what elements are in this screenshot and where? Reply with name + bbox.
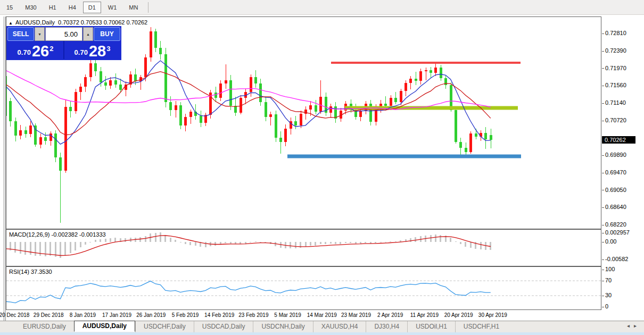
tick-dash bbox=[602, 242, 604, 242]
axis-tick-label: 0.69470 bbox=[602, 169, 626, 175]
axis-tick-label: -0.00582 bbox=[602, 256, 628, 262]
tick-dash bbox=[602, 259, 604, 260]
tab-dj30-h4[interactable]: DJ30,H4 bbox=[366, 321, 407, 332]
date-tick-label: 23 Mar 2019 bbox=[337, 312, 375, 318]
date-tick-label: 5 Mar 2019 bbox=[269, 312, 307, 318]
timeframe-h4[interactable]: H4 bbox=[63, 2, 81, 13]
tick-dash bbox=[602, 190, 604, 190]
date-axis: 20 Dec 201829 Dec 20188 Jan 201917 Jan 2… bbox=[6, 311, 601, 321]
axis-tick-label: 0.71560 bbox=[602, 82, 626, 88]
triangle-down-icon: ▼ bbox=[38, 32, 42, 36]
axis-tick-label: 0.71140 bbox=[602, 99, 626, 106]
axis-tick-label: 0.00 bbox=[602, 238, 616, 245]
axis-tick-label: 70 bbox=[602, 277, 612, 283]
date-tick-label: 14 Mar 2019 bbox=[303, 312, 341, 318]
tab-usdchf-h1[interactable]: USDCHF,H1 bbox=[455, 321, 507, 332]
tick-dash bbox=[602, 233, 604, 233]
tick-dash bbox=[602, 68, 604, 69]
tick-dash bbox=[602, 51, 604, 52]
volume-increase-button[interactable]: ▲ bbox=[83, 27, 93, 41]
date-tick-label: 29 Dec 2018 bbox=[30, 312, 67, 318]
date-tick-label: 8 Jan 2019 bbox=[64, 312, 101, 318]
window-frame-line bbox=[4, 16, 4, 321]
tick-dash bbox=[602, 225, 604, 225]
price-axis: 0.728100.723900.719700.715600.711400.707… bbox=[602, 16, 644, 229]
toolbar-separator bbox=[148, 2, 148, 13]
axis-tick-label: 0.68640 bbox=[602, 204, 626, 210]
date-tick-label: 23 Feb 2019 bbox=[235, 312, 272, 318]
tick-dash bbox=[602, 103, 604, 104]
date-tick-label: 5 Feb 2019 bbox=[167, 312, 204, 318]
axis-tick-label: 0.002957 bbox=[602, 229, 630, 236]
chart-symbol: AUDUSD,Daily bbox=[15, 19, 55, 26]
timeframe-m30[interactable]: M30 bbox=[20, 2, 42, 13]
tab-audusd-daily[interactable]: AUDUSD,Daily bbox=[74, 321, 135, 332]
tab-usdoil-h1[interactable]: USDOil,H1 bbox=[407, 321, 455, 332]
axis-tick-label: 0.72390 bbox=[602, 47, 626, 54]
date-tick-label: 20 Apr 2019 bbox=[440, 312, 477, 318]
axis-tick-label: 0.69890 bbox=[602, 152, 626, 158]
macd-axis: 0.0029570.00-0.00582 bbox=[602, 229, 644, 266]
tick-dash bbox=[602, 86, 604, 86]
macd-label: MACD(12,26,9) -0.002382 -0.001333 bbox=[9, 231, 106, 238]
timeframe-h1[interactable]: H1 bbox=[44, 2, 62, 13]
timeframe-toolbar: 15M30H1H4D1W1MN bbox=[0, 0, 644, 15]
tick-dash bbox=[602, 307, 604, 307]
timeframe-d1[interactable]: D1 bbox=[83, 2, 101, 13]
buy-price-sup: 3 bbox=[106, 45, 110, 53]
tick-dash bbox=[602, 34, 604, 34]
date-tick-label: 26 Jan 2019 bbox=[133, 312, 170, 318]
date-tick-label: 30 Apr 2019 bbox=[474, 312, 511, 318]
tick-dash bbox=[602, 207, 604, 208]
tick-dash bbox=[602, 155, 604, 156]
collapse-triangle-icon[interactable]: ▲ bbox=[9, 21, 13, 26]
timeframe-15[interactable]: 15 bbox=[1, 2, 18, 13]
timeframe-w1[interactable]: W1 bbox=[103, 2, 122, 13]
axis-tick-label: 0.68220 bbox=[602, 221, 626, 228]
tick-dash bbox=[602, 121, 604, 121]
volume-input[interactable]: 5.00 bbox=[45, 27, 82, 41]
chart-title: ▲AUDUSD,Daily 0.70372 0.70533 0.70062 0.… bbox=[9, 19, 147, 26]
axis-tick-label: 0.72810 bbox=[602, 30, 626, 36]
axis-tick-label: 30 bbox=[602, 292, 612, 298]
tab-usdcnh-daily[interactable]: USDCNH,Daily bbox=[253, 321, 312, 332]
buy-price-big: 28 bbox=[89, 44, 106, 58]
current-price-badge: 0.70262 bbox=[602, 136, 635, 144]
date-tick-label: 17 Jan 2019 bbox=[98, 312, 136, 318]
tick-dash bbox=[602, 270, 604, 270]
tab-usdchf-daily[interactable]: USDCHF,Daily bbox=[135, 321, 194, 332]
chart-tab-bar: EURUSD,DailyAUDUSD,DailyUSDCHF,DailyUSDC… bbox=[0, 321, 644, 332]
rsi-chart[interactable] bbox=[6, 267, 601, 309]
sell-price-sup: 2 bbox=[49, 45, 53, 53]
buy-button[interactable]: BUY bbox=[94, 27, 120, 41]
tick-dash bbox=[602, 296, 604, 296]
buy-price-base: 0.70 bbox=[75, 48, 88, 56]
axis-tick-label: 0.70720 bbox=[602, 117, 626, 123]
buy-price[interactable]: 0.70 28 3 bbox=[64, 41, 120, 59]
axis-tick-label: 0 bbox=[602, 303, 608, 309]
tab-scroll-arrows[interactable]: ◂▸ bbox=[627, 323, 641, 329]
axis-tick-label: 0.71970 bbox=[602, 65, 626, 71]
date-tick-label: 20 Dec 2018 bbox=[0, 312, 33, 318]
sell-button[interactable]: SELL bbox=[7, 27, 34, 41]
tab-xauusd-h4[interactable]: XAUUSD,H4 bbox=[313, 321, 366, 332]
date-tick-label: 11 Apr 2019 bbox=[406, 312, 443, 318]
terminal-window: 15M30H1H4D1W1MN ▲AUDUSD,Daily 0.70372 0.… bbox=[0, 0, 644, 335]
volume-decrease-button[interactable]: ▼ bbox=[35, 27, 45, 41]
date-tick-label: 14 Feb 2019 bbox=[201, 312, 238, 318]
chart-ohlc-values: 0.70372 0.70533 0.70062 0.70262 bbox=[58, 19, 147, 26]
axis-tick-label: 100 bbox=[602, 266, 615, 272]
tick-dash bbox=[602, 173, 604, 173]
tab-eurusd-daily[interactable]: EURUSD,Daily bbox=[15, 321, 74, 332]
sell-price-big: 26 bbox=[32, 44, 49, 58]
one-click-trade-panel: SELL ▼ 5.00 ▲ BUY 0.70 26 2 0.70 28 3 bbox=[6, 26, 121, 60]
sell-price[interactable]: 0.70 26 2 bbox=[7, 41, 63, 59]
rsi-pane[interactable] bbox=[6, 266, 601, 310]
date-tick-label: 2 Apr 2019 bbox=[371, 312, 409, 318]
timeframe-mn[interactable]: MN bbox=[123, 2, 143, 13]
rsi-axis: 10070300 bbox=[602, 266, 644, 310]
sell-price-base: 0.70 bbox=[18, 48, 31, 56]
tab-usdcad-daily[interactable]: USDCAD,Daily bbox=[194, 321, 253, 332]
tick-dash bbox=[602, 281, 604, 281]
triangle-up-icon: ▲ bbox=[86, 32, 90, 36]
